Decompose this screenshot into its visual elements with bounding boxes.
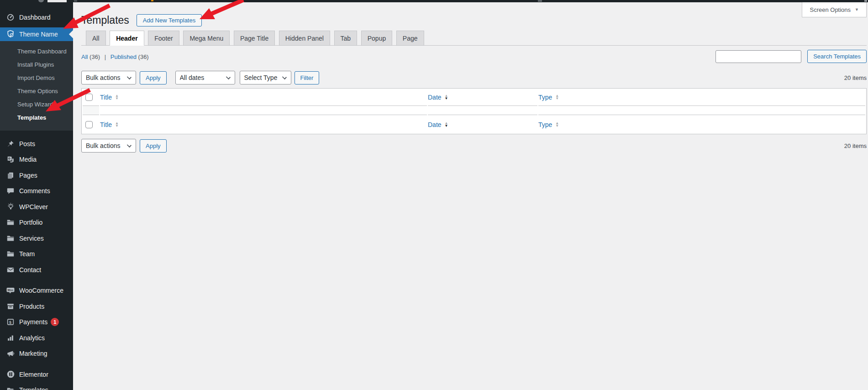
tab-hidden-panel[interactable]: Hidden Panel xyxy=(279,31,330,45)
sidebar-item-services[interactable]: Services xyxy=(0,231,73,247)
lightbulb-icon xyxy=(6,202,15,211)
sidebar-item-comments[interactable]: Comments xyxy=(0,183,73,199)
comment-icon xyxy=(6,186,15,195)
sidebar-item-label: WooCommerce xyxy=(19,287,63,294)
media-icon xyxy=(6,155,15,164)
sort-arrows-icon: ▲▼ xyxy=(555,95,559,100)
published-count: (36) xyxy=(138,53,149,60)
table-footer-row: Title ▲▼ Date ▲▼ xyxy=(83,115,865,134)
apply-button-bottom[interactable]: Apply xyxy=(140,139,167,153)
sidebar-item-label: Marketing xyxy=(19,350,47,357)
sort-by-date[interactable]: Date ▲▼ xyxy=(428,121,448,128)
main-content: Screen Options ▼ Templates Add New Templ… xyxy=(73,2,868,390)
sidebar-item-contact[interactable]: Contact xyxy=(0,262,73,278)
sidebar-item-label: Contact xyxy=(19,266,41,274)
sidebar-subitem-install-plugins[interactable]: Install Plugins xyxy=(0,58,73,71)
elementor-icon xyxy=(6,370,15,379)
tab-page-title[interactable]: Page Title xyxy=(234,31,275,45)
sort-arrows-icon: ▲▼ xyxy=(445,95,448,100)
column-title-label: Title xyxy=(100,121,112,128)
select-all-checkbox[interactable] xyxy=(85,94,93,101)
dollar-square-icon: $ xyxy=(6,317,15,327)
sidebar-item-team[interactable]: Team xyxy=(0,246,73,262)
column-type-label: Type xyxy=(538,121,552,128)
sidebar-item-products[interactable]: Products xyxy=(0,299,73,315)
envelope-icon xyxy=(6,265,15,274)
archive-box-icon xyxy=(6,302,15,311)
sort-by-type[interactable]: Type ▲▼ xyxy=(538,121,559,128)
woocommerce-icon: Woo xyxy=(6,286,15,295)
admin-bar-fragment xyxy=(538,0,542,2)
admin-bar xyxy=(0,0,868,2)
filter-link-published[interactable]: Published xyxy=(110,53,137,60)
status-filter-links: All (36) | Published (36) xyxy=(81,50,149,60)
sort-by-title[interactable]: Title ▲▼ xyxy=(100,121,119,128)
sidebar-item-analytics[interactable]: Analytics xyxy=(0,330,73,346)
sidebar-item-label: Team xyxy=(19,250,35,258)
bulk-actions-select-bottom[interactable]: Bulk actions xyxy=(81,139,136,153)
items-count: 20 items xyxy=(844,74,867,81)
svg-text:Woo: Woo xyxy=(8,289,14,291)
filter-button[interactable]: Filter xyxy=(295,71,320,84)
sidebar-item-wpclever[interactable]: WPClever xyxy=(0,199,73,215)
admin-bar-fragment xyxy=(864,0,867,2)
search-input[interactable] xyxy=(715,50,801,63)
column-title-label: Title xyxy=(100,94,112,101)
sidebar-item-portfolio[interactable]: Portfolio xyxy=(0,215,73,231)
tab-page[interactable]: Page xyxy=(396,31,424,45)
sidebar-subitem-theme-options[interactable]: Theme Options xyxy=(0,84,73,98)
sidebar-item-label: Portfolio xyxy=(19,219,42,226)
sidebar-item-media[interactable]: Media xyxy=(0,152,73,168)
filter-link-all[interactable]: All xyxy=(81,53,88,60)
template-type-tabs: All Header Footer Mega Menu Page Title H… xyxy=(81,31,867,46)
sidebar-subitem-setup-wizard[interactable]: Setup Wizard xyxy=(0,98,73,111)
tab-header[interactable]: Header xyxy=(110,31,144,46)
column-date-label: Date xyxy=(428,121,442,128)
sidebar-item-label: Analytics xyxy=(19,334,45,342)
sidebar-item-payments[interactable]: $ Payments 1 xyxy=(0,314,73,330)
admin-sidebar: Dashboard Theme Name Theme Dashboard Ins… xyxy=(0,2,73,390)
dates-filter-select[interactable]: All dates xyxy=(175,71,235,84)
sidebar-item-pages[interactable]: Pages xyxy=(0,168,73,184)
pushpin-icon xyxy=(6,139,15,148)
sidebar-item-marketing[interactable]: Marketing xyxy=(0,346,73,362)
sort-by-date[interactable]: Date ▲▼ xyxy=(428,94,448,101)
folder-icon xyxy=(6,234,15,243)
screen-options-button[interactable]: Screen Options ▼ xyxy=(802,2,867,17)
bulk-actions-select[interactable]: Bulk actions xyxy=(81,71,136,84)
sidebar-item-posts[interactable]: Posts xyxy=(0,136,73,152)
apply-button[interactable]: Apply xyxy=(140,71,167,84)
sort-by-type[interactable]: Type ▲▼ xyxy=(538,94,559,101)
tab-popup[interactable]: Popup xyxy=(361,31,392,45)
sidebar-subitem-theme-dashboard[interactable]: Theme Dashboard xyxy=(0,45,73,58)
sidebar-subitem-import-demos[interactable]: Import Demos xyxy=(0,71,73,84)
add-new-templates-button[interactable]: Add New Templates xyxy=(137,14,202,26)
tab-footer[interactable]: Footer xyxy=(148,31,179,45)
sidebar-item-label: Services xyxy=(19,235,44,242)
select-all-checkbox[interactable] xyxy=(85,121,93,128)
sidebar-item-label: Products xyxy=(19,303,44,310)
sidebar-item-label: Pages xyxy=(19,172,37,179)
type-filter-select[interactable]: Select Type xyxy=(240,71,291,84)
sidebar-item-label: Media xyxy=(19,156,37,163)
sidebar-item-woocommerce[interactable]: Woo WooCommerce xyxy=(0,283,73,299)
column-date-label: Date xyxy=(428,94,442,101)
tab-tab[interactable]: Tab xyxy=(334,31,358,45)
shield-check-icon xyxy=(6,30,15,39)
admin-bar-fragment xyxy=(74,0,77,2)
sidebar-item-theme-name[interactable]: Theme Name xyxy=(0,27,73,41)
theme-submenu: Theme Dashboard Install Plugins Import D… xyxy=(0,41,73,131)
sidebar-item-label: Elementor xyxy=(19,371,48,378)
wp-logo-icon xyxy=(38,0,44,2)
sidebar-item-dashboard[interactable]: Dashboard xyxy=(0,10,73,26)
pages-icon xyxy=(6,171,15,180)
tab-mega-menu[interactable]: Mega Menu xyxy=(183,31,230,45)
sort-by-title[interactable]: Title ▲▼ xyxy=(100,94,119,101)
search-templates-button[interactable]: Search Templates xyxy=(807,50,867,63)
sort-arrows-icon: ▲▼ xyxy=(115,122,119,127)
sidebar-item-elementor[interactable]: Elementor xyxy=(0,367,73,383)
sidebar-subitem-templates[interactable]: Templates xyxy=(0,111,73,124)
tab-all[interactable]: All xyxy=(86,31,106,45)
empty-table-row xyxy=(83,106,865,115)
sidebar-item-templates[interactable]: Templates xyxy=(0,382,73,390)
